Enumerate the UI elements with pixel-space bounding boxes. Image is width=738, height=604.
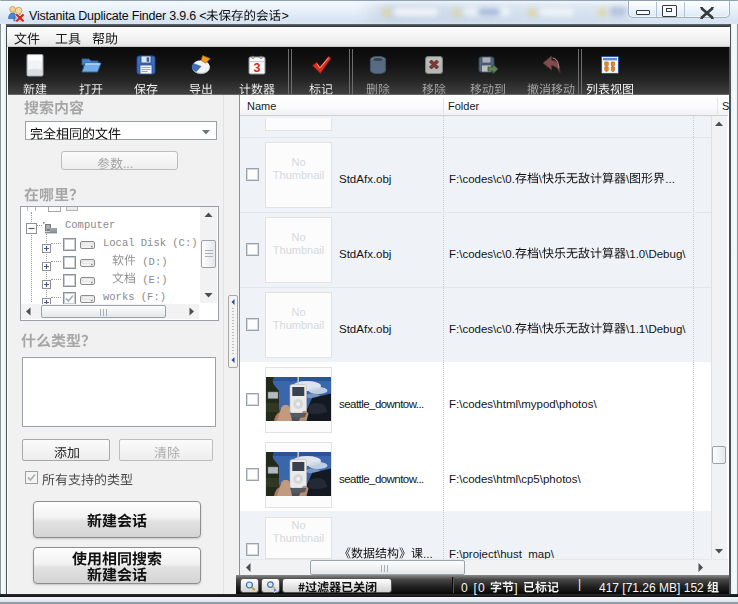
svg-text:3: 3: [254, 61, 261, 75]
